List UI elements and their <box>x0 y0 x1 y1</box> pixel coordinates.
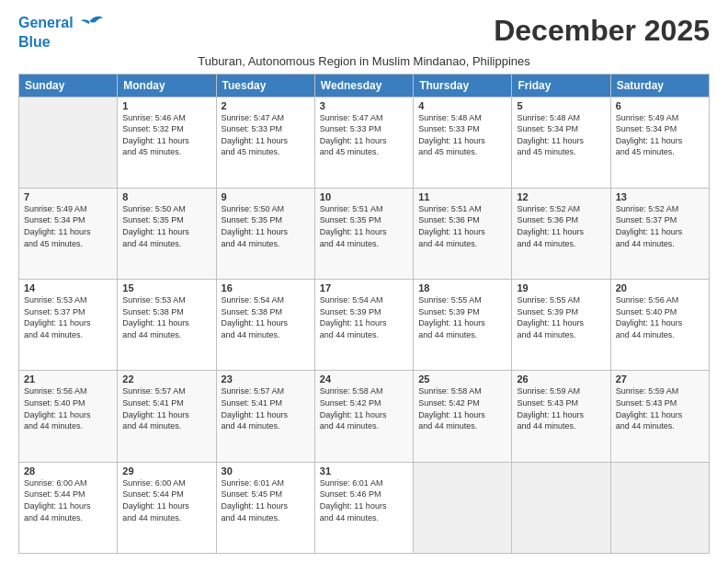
day-info: Sunrise: 5:47 AM Sunset: 5:33 PM Dayligh… <box>222 112 310 158</box>
header-monday: Monday <box>118 74 216 97</box>
day-info: Sunrise: 5:55 AM Sunset: 5:39 PM Dayligh… <box>418 294 506 340</box>
day-info: Sunrise: 6:01 AM Sunset: 5:45 PM Dayligh… <box>222 477 310 523</box>
day-info: Sunrise: 5:48 AM Sunset: 5:34 PM Dayligh… <box>517 112 605 158</box>
table-row: 8Sunrise: 5:50 AM Sunset: 5:35 PM Daylig… <box>118 188 216 279</box>
day-number: 11 <box>418 191 506 202</box>
day-number: 21 <box>24 373 112 385</box>
header-friday: Friday <box>512 74 610 97</box>
day-number: 24 <box>320 373 408 385</box>
table-row: 3Sunrise: 5:47 AM Sunset: 5:33 PM Daylig… <box>314 97 413 188</box>
day-number: 18 <box>418 282 506 293</box>
table-row: 1Sunrise: 5:46 AM Sunset: 5:32 PM Daylig… <box>118 97 216 188</box>
day-info: Sunrise: 5:52 AM Sunset: 5:37 PM Dayligh… <box>616 203 704 249</box>
day-number: 1 <box>122 100 210 111</box>
day-number: 15 <box>122 282 210 293</box>
day-number: 31 <box>320 465 408 477</box>
calendar-week-row: 14Sunrise: 5:53 AM Sunset: 5:37 PM Dayli… <box>19 280 710 371</box>
day-number: 10 <box>320 191 408 202</box>
calendar-week-row: 28Sunrise: 6:00 AM Sunset: 5:44 PM Dayli… <box>19 462 710 553</box>
table-row: 9Sunrise: 5:50 AM Sunset: 5:35 PM Daylig… <box>216 188 314 279</box>
table-row: 13Sunrise: 5:52 AM Sunset: 5:37 PM Dayli… <box>610 188 709 279</box>
day-info: Sunrise: 5:58 AM Sunset: 5:42 PM Dayligh… <box>418 385 506 431</box>
day-number: 28 <box>24 465 112 477</box>
month-title: December 2025 <box>494 14 710 48</box>
day-number: 16 <box>222 282 310 293</box>
table-row: 4Sunrise: 5:48 AM Sunset: 5:33 PM Daylig… <box>414 97 512 188</box>
day-number: 26 <box>517 373 605 385</box>
day-number: 12 <box>517 191 605 202</box>
day-number: 7 <box>24 191 112 202</box>
day-info: Sunrise: 5:59 AM Sunset: 5:43 PM Dayligh… <box>517 385 605 431</box>
day-info: Sunrise: 5:59 AM Sunset: 5:43 PM Dayligh… <box>616 385 704 431</box>
header-sunday: Sunday <box>19 74 118 97</box>
table-row: 5Sunrise: 5:48 AM Sunset: 5:34 PM Daylig… <box>512 97 610 188</box>
table-row: 7Sunrise: 5:49 AM Sunset: 5:34 PM Daylig… <box>19 188 118 279</box>
table-row: 12Sunrise: 5:52 AM Sunset: 5:36 PM Dayli… <box>512 188 610 279</box>
day-info: Sunrise: 5:53 AM Sunset: 5:37 PM Dayligh… <box>24 294 112 340</box>
table-row: 10Sunrise: 5:51 AM Sunset: 5:35 PM Dayli… <box>314 188 413 279</box>
header-saturday: Saturday <box>610 74 709 97</box>
table-row: 17Sunrise: 5:54 AM Sunset: 5:39 PM Dayli… <box>314 280 413 371</box>
day-number: 2 <box>222 100 310 111</box>
day-info: Sunrise: 5:49 AM Sunset: 5:34 PM Dayligh… <box>24 203 112 249</box>
day-number: 13 <box>616 191 704 202</box>
day-info: Sunrise: 5:55 AM Sunset: 5:39 PM Dayligh… <box>517 294 605 340</box>
day-info: Sunrise: 5:47 AM Sunset: 5:33 PM Dayligh… <box>320 112 408 158</box>
day-number: 29 <box>122 465 210 477</box>
table-row <box>19 97 118 188</box>
day-info: Sunrise: 6:00 AM Sunset: 5:44 PM Dayligh… <box>24 477 112 523</box>
table-row: 31Sunrise: 6:01 AM Sunset: 5:46 PM Dayli… <box>314 462 413 553</box>
day-number: 22 <box>122 373 210 385</box>
day-info: Sunrise: 5:54 AM Sunset: 5:39 PM Dayligh… <box>320 294 408 340</box>
logo-general: General <box>18 15 74 30</box>
day-number: 23 <box>222 373 310 385</box>
day-info: Sunrise: 5:51 AM Sunset: 5:36 PM Dayligh… <box>418 203 506 249</box>
table-row <box>414 462 512 553</box>
logo-blue: Blue <box>18 34 105 51</box>
page: General Blue December 2025 Tuburan, Auto… <box>0 0 728 563</box>
day-info: Sunrise: 6:01 AM Sunset: 5:46 PM Dayligh… <box>320 477 408 523</box>
day-info: Sunrise: 5:50 AM Sunset: 5:35 PM Dayligh… <box>222 203 310 249</box>
header-wednesday: Wednesday <box>314 74 413 97</box>
day-info: Sunrise: 5:46 AM Sunset: 5:32 PM Dayligh… <box>122 112 210 158</box>
title-section: December 2025 <box>494 14 710 48</box>
day-info: Sunrise: 5:56 AM Sunset: 5:40 PM Dayligh… <box>616 294 704 340</box>
day-number: 9 <box>222 191 310 202</box>
table-row: 23Sunrise: 5:57 AM Sunset: 5:41 PM Dayli… <box>216 371 314 462</box>
day-number: 3 <box>320 100 408 111</box>
day-info: Sunrise: 5:53 AM Sunset: 5:38 PM Dayligh… <box>122 294 210 340</box>
day-number: 25 <box>418 373 506 385</box>
day-info: Sunrise: 6:00 AM Sunset: 5:44 PM Dayligh… <box>122 477 210 523</box>
day-number: 14 <box>24 282 112 293</box>
day-info: Sunrise: 5:56 AM Sunset: 5:40 PM Dayligh… <box>24 385 112 431</box>
calendar-week-row: 21Sunrise: 5:56 AM Sunset: 5:40 PM Dayli… <box>19 371 710 462</box>
table-row: 19Sunrise: 5:55 AM Sunset: 5:39 PM Dayli… <box>512 280 610 371</box>
day-info: Sunrise: 5:51 AM Sunset: 5:35 PM Dayligh… <box>320 203 408 249</box>
day-info: Sunrise: 5:50 AM Sunset: 5:35 PM Dayligh… <box>122 203 210 249</box>
day-number: 30 <box>222 465 310 477</box>
table-row <box>610 462 709 553</box>
calendar-table: Sunday Monday Tuesday Wednesday Thursday… <box>18 74 710 554</box>
logo-text: General Blue <box>18 14 105 51</box>
day-number: 5 <box>517 100 605 111</box>
header-tuesday: Tuesday <box>216 74 314 97</box>
table-row: 25Sunrise: 5:58 AM Sunset: 5:42 PM Dayli… <box>414 371 512 462</box>
table-row: 30Sunrise: 6:01 AM Sunset: 5:45 PM Dayli… <box>216 462 314 553</box>
day-number: 20 <box>616 282 704 293</box>
day-info: Sunrise: 5:49 AM Sunset: 5:34 PM Dayligh… <box>616 112 704 158</box>
table-row: 29Sunrise: 6:00 AM Sunset: 5:44 PM Dayli… <box>118 462 216 553</box>
logo: General Blue <box>18 14 105 51</box>
table-row: 15Sunrise: 5:53 AM Sunset: 5:38 PM Dayli… <box>118 280 216 371</box>
day-number: 4 <box>418 100 506 111</box>
table-row: 2Sunrise: 5:47 AM Sunset: 5:33 PM Daylig… <box>216 97 314 188</box>
table-row: 21Sunrise: 5:56 AM Sunset: 5:40 PM Dayli… <box>19 371 118 462</box>
logo-bird-icon <box>79 14 105 34</box>
calendar-week-row: 1Sunrise: 5:46 AM Sunset: 5:32 PM Daylig… <box>19 97 710 188</box>
table-row: 22Sunrise: 5:57 AM Sunset: 5:41 PM Dayli… <box>118 371 216 462</box>
table-row: 6Sunrise: 5:49 AM Sunset: 5:34 PM Daylig… <box>610 97 709 188</box>
day-info: Sunrise: 5:48 AM Sunset: 5:33 PM Dayligh… <box>418 112 506 158</box>
day-info: Sunrise: 5:57 AM Sunset: 5:41 PM Dayligh… <box>122 385 210 431</box>
table-row: 27Sunrise: 5:59 AM Sunset: 5:43 PM Dayli… <box>610 371 709 462</box>
table-row: 14Sunrise: 5:53 AM Sunset: 5:37 PM Dayli… <box>19 280 118 371</box>
table-row: 24Sunrise: 5:58 AM Sunset: 5:42 PM Dayli… <box>314 371 413 462</box>
